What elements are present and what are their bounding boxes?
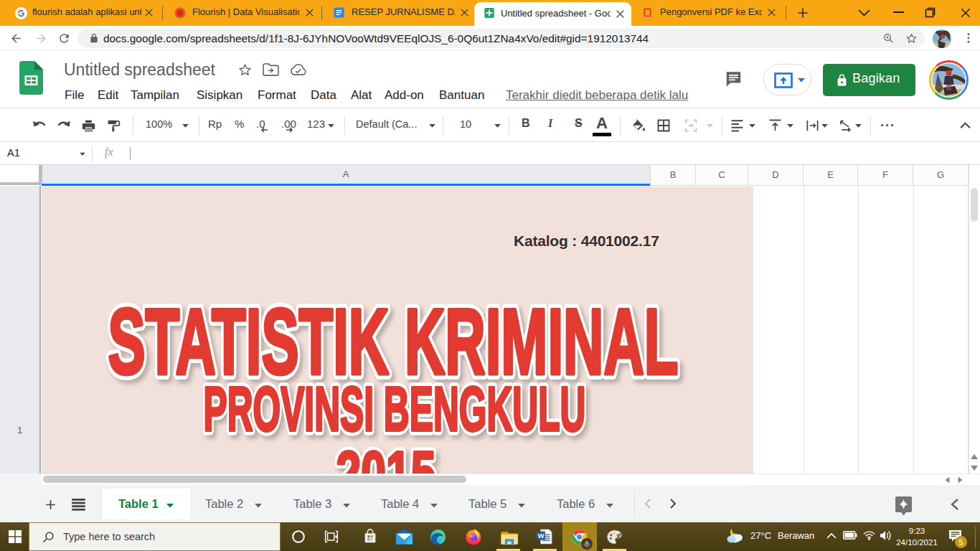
svg-text:PROVINSI BENGKULU: PROVINSI BENGKULU [204, 373, 586, 444]
svg-text:W: W [537, 532, 545, 540]
svg-text:5: 5 [958, 538, 963, 547]
svg-text:2015: 2015 [336, 438, 436, 474]
